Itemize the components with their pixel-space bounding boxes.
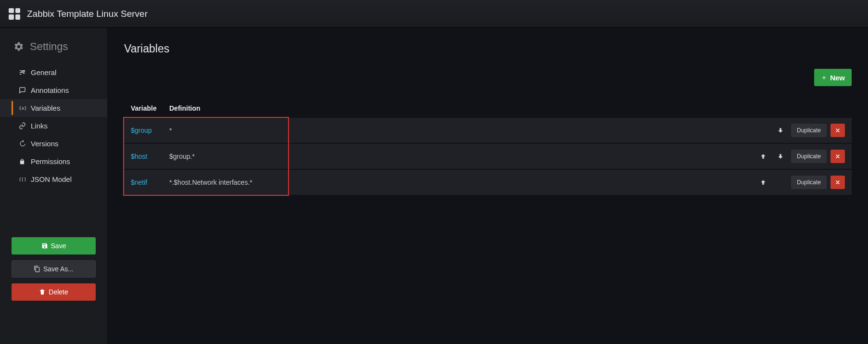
comment-icon: [18, 87, 26, 94]
new-variable-button[interactable]: New: [814, 69, 852, 86]
sidebar-item-label: Annotations: [31, 86, 69, 94]
duplicate-button[interactable]: Duplicate: [791, 150, 827, 163]
move-up-button[interactable]: [756, 176, 770, 189]
json-icon: {[]}: [18, 176, 26, 183]
delete-dashboard-button[interactable]: Delete: [12, 283, 96, 301]
sidebar-item-label: Versions: [31, 140, 59, 148]
page-title: Variables: [124, 42, 852, 55]
new-variable-button-label: New: [830, 74, 845, 82]
close-icon: [835, 153, 841, 159]
settings-nav: GeneralAnnotations{x}VariablesLinksVersi…: [0, 64, 107, 188]
variable-definition: *.$host.Network interfaces.*: [169, 178, 756, 186]
main-content: Variables New Variable Definition $group…: [108, 28, 868, 344]
variable-definition: $group.*: [169, 153, 756, 160]
save-as-button[interactable]: Save As...: [12, 260, 96, 278]
variable-name: $host: [131, 153, 169, 160]
dashboard-title: Zabbix Template Linux Server: [27, 9, 148, 19]
braces-icon: {x}: [18, 104, 26, 112]
delete-dashboard-button-label: Delete: [49, 288, 68, 296]
sidebar-item-label: JSON Model: [31, 175, 72, 183]
table-row[interactable]: $netif*.$host.Network interfaces.*Duplic…: [124, 170, 852, 195]
sidebar-item-label: Permissions: [31, 157, 70, 166]
sidebar-heading: Settings: [0, 40, 107, 64]
sidebar-item-annotations[interactable]: Annotations: [0, 81, 107, 99]
table-row[interactable]: $group*Duplicate: [124, 118, 852, 143]
lock-icon: [18, 158, 26, 165]
duplicate-button[interactable]: Duplicate: [791, 124, 827, 137]
link-icon: [18, 122, 26, 129]
close-icon: [835, 179, 841, 185]
move-down-spacer: [774, 176, 787, 189]
trash-icon: [39, 289, 46, 295]
save-button-label: Save: [51, 242, 66, 250]
svg-text:{x}: {x}: [19, 105, 26, 111]
variable-definition: *: [169, 127, 756, 134]
variable-name: $group: [131, 127, 169, 134]
sidebar-item-variables[interactable]: {x}Variables: [0, 99, 107, 117]
close-icon: [835, 127, 841, 133]
table-header: Variable Definition: [124, 100, 852, 117]
sidebar-item-links[interactable]: Links: [0, 117, 107, 135]
plus-icon: [821, 75, 827, 81]
delete-row-button[interactable]: [830, 124, 845, 137]
sidebar-item-label: General: [31, 68, 56, 76]
sidebar-item-label: Variables: [31, 104, 60, 112]
sidebar-item-permissions[interactable]: Permissions: [0, 153, 107, 170]
gear-icon: [13, 41, 24, 52]
sidebar-heading-label: Settings: [30, 40, 68, 53]
history-icon: [18, 140, 26, 147]
delete-row-button[interactable]: [830, 150, 845, 163]
move-down-button[interactable]: [774, 124, 787, 137]
settings-sidebar: Settings GeneralAnnotations{x}VariablesL…: [0, 28, 108, 344]
svg-text:{[]}: {[]}: [19, 177, 26, 182]
delete-row-button[interactable]: [830, 176, 845, 189]
move-down-button[interactable]: [774, 150, 787, 163]
move-up-button[interactable]: [756, 150, 770, 163]
column-definition: Definition: [169, 104, 845, 112]
table-row[interactable]: $host$group.*Duplicate: [124, 144, 852, 169]
sidebar-item-general[interactable]: General: [0, 64, 107, 81]
sidebar-item-versions[interactable]: Versions: [0, 135, 107, 153]
variable-name: $netif: [131, 178, 169, 186]
sidebar-item-json-model[interactable]: {[]}JSON Model: [0, 170, 107, 188]
save-as-button-label: Save As...: [43, 265, 74, 273]
variables-table: Variable Definition $group*Duplicate$hos…: [124, 100, 852, 195]
column-variable: Variable: [131, 104, 169, 112]
save-button[interactable]: Save: [12, 237, 96, 255]
sidebar-item-label: Links: [31, 122, 48, 130]
dashboard-icon[interactable]: [9, 8, 20, 20]
save-icon: [41, 242, 48, 249]
duplicate-button[interactable]: Duplicate: [791, 176, 827, 189]
move-up-spacer: [756, 124, 770, 137]
copy-icon: [34, 266, 40, 272]
top-navbar: Zabbix Template Linux Server: [0, 0, 868, 28]
sliders-icon: [18, 69, 26, 76]
